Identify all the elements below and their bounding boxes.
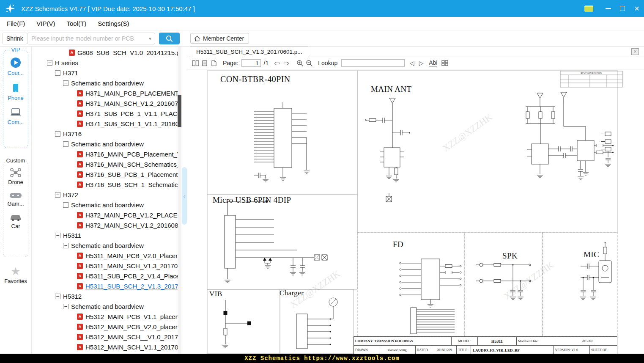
tree-file-row[interactable]: AH371_SUB_PCB_1_V1.1_PLACEMENT [32,108,178,118]
tree-folder-row[interactable]: –H series [32,58,178,68]
titleblock-drawn-label: DRAWN [354,346,379,354]
tree-item-label: G808_SUB_SCH_V1.0_20141215.pdf [77,49,178,56]
tree-folder-row[interactable]: –H3716 [32,129,178,139]
next-page-icon[interactable]: ⇨ [282,58,291,68]
collapse-icon[interactable]: – [63,304,69,309]
collapse-icon[interactable]: – [55,70,60,76]
panel-collapse-handle[interactable]: ‹ [182,167,187,225]
prev-page-icon[interactable]: ⇦ [272,58,282,68]
collapse-icon[interactable]: – [63,243,69,248]
tree-file-row[interactable]: AH371_MAIN_SCH_V1.2_20160707.pdf [32,98,178,108]
vip-card-icon[interactable] [584,6,593,12]
collapse-icon[interactable]: – [47,60,52,66]
close-all-tabs-icon[interactable]: ✕ [631,48,639,55]
revision-record-title: REVISION RECORD [581,72,601,74]
titleblock-row: COMPANY: TRANSSION HOLDINGS MODEL: H5311… [354,337,617,346]
tree-folder-row[interactable]: –H372 [32,190,178,200]
fit-page-icon[interactable] [209,58,219,68]
single-page-icon[interactable] [200,58,209,68]
tree-folder-row[interactable]: –Schematic and boardview [32,301,178,311]
pdf-file-icon: A [77,314,83,320]
tree-file-row[interactable]: AH5312_MAIN_SCH_V1.1_2017032 [32,342,178,352]
custom-group: Custom Drone Gam... Car [3,161,28,257]
page-number-input[interactable] [241,59,261,67]
tree-file-row[interactable]: AH5312_MAIN_SCH__V1.0_2017032 [32,332,178,342]
tree-folder-row[interactable]: –H371 [32,68,178,78]
tree-scrollbar[interactable] [178,47,181,354]
member-center-button[interactable]: Member Center [190,33,249,44]
tree-item-label: H371_SUB_PCB_1_V1.1_PLACEMENT [85,110,178,117]
collapse-icon[interactable]: – [55,192,60,198]
lookup-input[interactable] [341,59,405,67]
pdf-file-icon: A [77,222,83,228]
titleblock-modified-value: 2017/6/1 [558,337,617,345]
collapse-icon[interactable]: – [63,202,69,208]
tree-file-row[interactable]: AH3716_MAIN_PCB_Placement_V1.0 [32,149,178,159]
minimize-button[interactable] [601,0,615,17]
file-tree: AG808_SUB_SCH_V1.0_20141215.pdf–H series… [32,47,178,354]
tree-folder-row[interactable]: –H5311 [32,230,178,240]
tree-file-row[interactable]: AG808_SUB_SCH_V1.0_20141215.pdf [32,47,178,58]
menu-settings[interactable]: Settings(S) [98,20,129,27]
pdf-toolbar: Page: /1 ⇦ ⇨ Lookup ◁ ▷ Abi [187,57,644,69]
tree-file-row[interactable]: AH3716_SUB_SCH_1_Schematics_V1 [32,179,178,190]
next-result-icon[interactable]: ▷ [417,58,426,68]
pdf-file-icon: A [69,50,75,56]
pdf-viewer[interactable]: XZZ@XZZHK XZZ@XZZHK XZZ@XZZHK [187,69,644,354]
search-box[interactable]: ▼ [27,33,155,44]
tree-folder-row[interactable]: –H5312 [32,291,178,301]
titlebar-controls: ✕ [584,0,644,17]
collapse-icon[interactable]: – [55,131,60,137]
close-button[interactable]: ✕ [630,0,644,17]
pdf-file-icon: A [77,334,83,340]
collapse-icon[interactable]: – [55,233,60,238]
sidebar-item-computer[interactable]: Com... [8,107,24,125]
sidebar-item-game[interactable]: Gam... [7,192,24,207]
collapse-icon[interactable]: – [55,294,60,299]
menu-vip[interactable]: VIP(V) [36,20,55,27]
sidebar-item-favorites[interactable]: ★ Favorites [0,266,31,284]
zoom-in-icon[interactable] [295,58,304,68]
tree-folder-row[interactable]: –Schematic and boardview [32,78,178,88]
tree-file-row[interactable]: AH3716_MAIN_SCH_Schematics_V1 [32,159,178,169]
tree-file-row[interactable]: AH372_MAIN_PCB_V1.2_PLACEMENT [32,210,178,220]
collapse-icon[interactable]: – [63,80,69,86]
search-icon [165,35,173,43]
shrink-button[interactable]: Shrink [2,33,27,44]
tree-file-row[interactable]: AH5312_MAIN_PCB_V1.1_placement [32,311,178,322]
tree-item-label: H372_MAIN_SCH_V1.2_20160823.pdf [85,222,178,229]
tree-folder-row[interactable]: –Schematic and boardview [32,139,178,149]
tree-file-row[interactable]: AH3716_SUB_PCB_1_Placement_V1.0 [32,169,178,179]
tree-file-row[interactable]: AH5311_MAIN_PCB_V2.0_Placement [32,250,178,261]
tree-folder-row[interactable]: –Schematic and boardview [32,200,178,210]
home-icon [194,36,200,41]
tree-file-row[interactable]: AH372_MAIN_SCH_V1.2_20160823.pdf [32,220,178,230]
text-select-icon[interactable]: Abi [429,60,437,66]
tree-file-row[interactable]: AH5312_MAIN_PCB_V2.0_placement [32,322,178,332]
tree-folder-row[interactable]: –Schematic and boardview [32,240,178,250]
sidebar-item-course[interactable]: Cour... [8,57,24,76]
maximize-button[interactable] [615,0,630,17]
menu-file[interactable]: File(F) [7,20,25,27]
sidebar-item-car[interactable]: Car [9,213,22,229]
tree-file-row[interactable]: AH371_MAIN_PCB_PLACEMENT_V1.1 [32,88,178,98]
chevron-down-icon[interactable]: ▼ [145,36,155,41]
menu-tool[interactable]: Tool(T) [67,20,87,27]
thumbnail-grid-icon[interactable] [440,58,449,68]
prev-result-icon[interactable]: ◁ [407,58,417,68]
document-tab[interactable]: H5311_SUB_SCH_2_V1.3_20170601.p... [190,47,308,57]
tree-file-row[interactable]: AH5311_SUB_SCH_2_V1.3_20170601 [32,281,178,291]
facing-pages-icon[interactable] [191,58,200,68]
menu-bar: File(F) VIP(V) Tool(T) Settings(S) [0,17,644,30]
zoom-out-icon[interactable] [304,58,314,68]
tree-file-row[interactable]: AH371_SUB_SCH_1_V1.1_20160707.pdf [32,118,178,129]
tree-file-row[interactable]: AH5311_MAIN_SCH_V1.3_20170601 [32,261,178,271]
sidebar-item-phone[interactable]: Phone [8,82,24,101]
pdf-file-icon: A [77,110,83,117]
sidebar-item-drone[interactable]: Drone [8,168,23,185]
collapse-icon[interactable]: – [63,141,69,147]
tree-file-row[interactable]: AH5311_SUB_PCB_2_V1.4_Placement [32,271,178,281]
search-input[interactable] [27,35,145,42]
tree-scrollbar-thumb[interactable] [178,95,181,127]
search-button[interactable] [159,33,180,44]
